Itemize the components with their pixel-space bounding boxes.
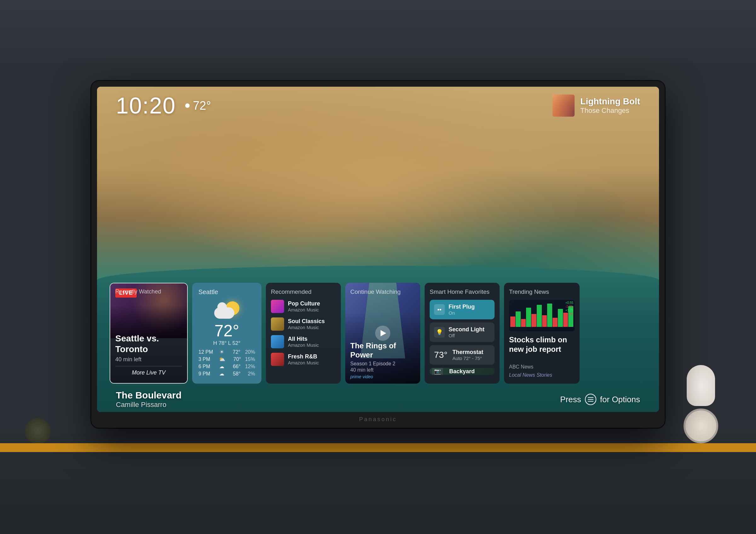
music-name-4: Fresh R&B [288,353,336,360]
music-thumb-pop-culture [271,300,284,313]
news-headline: Stocks climb on new job report [509,335,575,362]
now-playing-widget[interactable]: Lightning Bolt Those Changes [553,95,640,117]
recently-watched-content: Seattle vs. Toronto 40 min left More Liv… [110,328,187,383]
device-first-plug[interactable]: ▪▪ First Plug On [430,300,495,319]
music-thumb-all-hits [271,335,284,348]
music-name-2: Soul Classics [288,318,336,325]
forecast-time-3: 6 PM [199,364,216,369]
vase-decoration [687,365,715,406]
recommended-card[interactable]: Recommended Pop Culture Amazon Music S [266,283,341,384]
time-display: 10:20 [116,93,176,119]
options-line-3 [588,401,593,402]
top-bar: 10:20 72° Lightning Bolt Those Changes [97,87,659,125]
weather-card[interactable]: Seattle 72° H 78° L 52° 12 PM [192,283,261,384]
forecast-temp-1: 72° [228,349,240,355]
forecast-icon-3: ☁ [219,363,224,369]
music-source-4: Amazon Music [288,360,336,365]
news-title: Trending News [509,289,575,295]
continue-time-left: 40 min left [350,367,415,373]
smart-home-card[interactable]: Smart Home Favorites ▪▪ First Plug On [425,283,500,384]
show-episode: Season 1 Episode 2 [350,361,415,367]
trending-news-card[interactable]: Trending News [504,283,580,384]
forecast-row-4: 9 PM ☁ 58° 2% [199,371,255,377]
widgets-container: LIVE Recently Watched Seattle vs. Toront… [110,283,646,384]
time-left: 40 min left [115,356,182,363]
music-info-1: Pop Culture Amazon Music [288,300,336,312]
forecast-row-3: 6 PM ☁ 66° 12% [199,363,255,369]
device-info-light: Second Light Off [448,326,490,338]
music-source-1: Amazon Music [288,307,336,312]
forecast-time-2: 3 PM [199,356,216,362]
smart-home-title: Smart Home Favorites [430,289,495,295]
forecast-temp-4: 58° [228,371,241,377]
options-line-2 [588,399,593,400]
forecast-pct-2: 15% [244,356,255,362]
options-hint-suffix: for Options [600,395,640,405]
music-source-3: Amazon Music [288,342,336,348]
music-name-3: All Hits [288,336,336,342]
artwork-title: The Boulevard [116,390,181,401]
forecast-icon-1: ☀ [220,349,224,355]
device-thermostat[interactable]: 73° Thermostat Auto 72° - 75° [430,345,495,365]
weather-display: 72° [185,99,211,113]
room-wall [0,0,756,63]
forecast-time-1: 12 PM [199,349,216,355]
camera-icon: 📷 [432,368,443,375]
sun-cloud-icon [214,301,239,319]
music-info-4: Fresh R&B Amazon Music [288,353,336,365]
weather-dot [185,103,190,108]
weather-card-inner: Seattle 72° H 78° L 52° 12 PM [192,283,261,384]
weather-icon-area [199,301,255,319]
play-icon [381,330,386,336]
music-thumb-fresh-rnb [271,353,284,366]
recently-watched-card[interactable]: LIVE Recently Watched Seattle vs. Toront… [110,283,188,384]
game-title: Seattle vs. Toronto [115,333,182,354]
device-status-light: Off [448,333,490,338]
music-item-2[interactable]: Soul Classics Amazon Music [271,318,336,331]
bottom-bar: The Boulevard Camille Pissarro Press for… [97,387,659,412]
continue-watching-card[interactable]: Continue Watching The Rings of Power Sea… [345,283,420,384]
device-info-cam: Backyard [449,368,495,375]
light-symbol: 💡 [436,329,443,336]
weather-forecast: 12 PM ☀ 72° 20% 3 PM ⛅ 70° 15% [199,349,255,377]
plug-symbol: ▪▪ [438,306,442,313]
options-line-1 [588,397,593,398]
weather-main-temp: 72° [199,321,255,340]
music-item-3[interactable]: All Hits Amazon Music [271,335,336,348]
device-backyard-cam[interactable]: 📷 Backyard [430,368,495,375]
music-item-4[interactable]: Fresh R&B Amazon Music [271,353,336,366]
screen-content: 10:20 72° Lightning Bolt Those Changes [97,87,659,412]
device-name-light: Second Light [448,326,490,333]
forecast-icon-4: ☁ [219,371,224,377]
forecast-time-4: 9 PM [199,371,216,377]
music-source-2: Amazon Music [288,325,336,330]
music-item-1[interactable]: Pop Culture Amazon Music [271,300,336,313]
forecast-icon-2: ⛅ [219,356,225,362]
recommended-inner: Recommended Pop Culture Amazon Music S [266,283,341,384]
clock-decoration [684,408,718,443]
options-hint-text: Press [560,395,581,405]
device-status-plug: On [448,310,490,316]
more-live-tv-link[interactable]: More Live TV [115,366,182,379]
tv-screen: 10:20 72° Lightning Bolt Those Changes [97,87,659,412]
song-info: Lightning Bolt Those Changes [580,97,640,115]
music-name-1: Pop Culture [288,300,336,307]
forecast-temp-3: 66° [228,364,241,369]
camera-symbol: 📷 [434,368,441,375]
forecast-pct-3: 12% [244,364,255,369]
shelf-decor-right [684,365,718,443]
continue-content: The Rings of Power Season 1 Episode 2 40… [345,337,420,384]
options-menu-icon [585,394,596,405]
cloud-icon [214,307,234,319]
plug-icon: ▪▪ [434,304,445,315]
device-status-thermo: Auto 72° - 75° [452,355,490,361]
prime-video-badge: prime video [350,374,415,379]
song-title: Lightning Bolt [580,97,640,106]
device-info-thermo: Thermostat Auto 72° - 75° [452,349,490,361]
weather-hi-lo: H 78° L 52° [199,340,255,347]
thermostat-temp: 73° [434,350,447,360]
news-more-link[interactable]: Local News Stories [509,372,575,378]
weather-temp: 72° [193,99,211,113]
device-second-light[interactable]: 💡 Second Light Off [430,323,495,342]
artwork-artist: Camille Pissarro [116,401,181,409]
